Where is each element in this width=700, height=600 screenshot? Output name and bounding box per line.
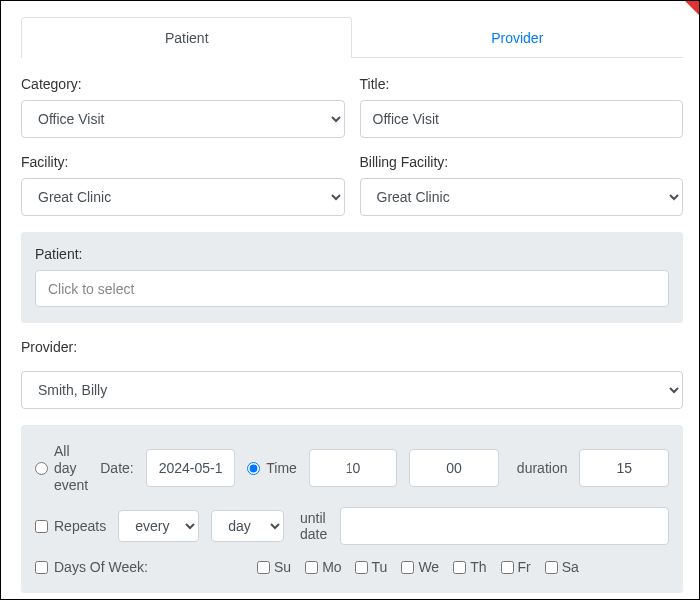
billing-facility-select[interactable]: Great Clinic — [360, 178, 684, 216]
tab-provider[interactable]: Provider — [352, 17, 684, 58]
dow-mo-checkbox[interactable] — [305, 561, 318, 574]
dow-tu-checkbox[interactable] — [355, 561, 368, 574]
time-label: Time — [266, 460, 297, 476]
repeat-every-select[interactable]: every — [118, 510, 199, 542]
patient-input[interactable] — [35, 270, 669, 307]
all-day-radio[interactable] — [35, 462, 48, 475]
title-input[interactable] — [360, 100, 684, 138]
dow-su-checkbox[interactable] — [257, 561, 270, 574]
dow-mo-label: Mo — [322, 559, 341, 575]
days-of-week-label: Days Of Week: — [54, 559, 148, 575]
facility-label: Facility: — [21, 154, 345, 170]
dow-th-label: Th — [470, 559, 486, 575]
repeat-unit-select[interactable]: day — [211, 510, 284, 542]
dow-th-checkbox[interactable] — [453, 561, 466, 574]
duration-label: duration — [517, 460, 568, 476]
dow-sa-label: Sa — [562, 559, 579, 575]
days-of-week-checkbox[interactable] — [35, 561, 48, 574]
until-label: until date — [300, 510, 328, 542]
dow-fr-label: Fr — [518, 559, 531, 575]
repeats-label: Repeats — [54, 518, 106, 534]
days-of-week-list: Su Mo Tu We Th Fr Sa — [257, 559, 579, 575]
category-select[interactable]: Office Visit — [21, 100, 345, 138]
dow-tu-label: Tu — [372, 559, 388, 575]
schedule-panel: All day event Date: Time duration Repeat… — [21, 425, 683, 593]
dow-fr-checkbox[interactable] — [501, 561, 514, 574]
provider-label: Provider: — [21, 339, 683, 355]
dow-we-checkbox[interactable] — [401, 561, 414, 574]
title-label: Title: — [360, 76, 684, 92]
corner-accent — [685, 1, 699, 15]
time-hour-input[interactable] — [309, 449, 398, 487]
tabs: Patient Provider — [21, 17, 683, 58]
category-label: Category: — [21, 76, 345, 92]
facility-select[interactable]: Great Clinic — [21, 178, 345, 216]
all-day-label: All day event — [54, 443, 88, 493]
date-input[interactable] — [146, 449, 236, 487]
time-minute-input[interactable] — [409, 449, 499, 487]
until-date-input[interactable] — [340, 507, 669, 545]
provider-select[interactable]: Smith, Billy — [21, 371, 683, 409]
time-radio[interactable] — [247, 462, 260, 475]
tab-patient[interactable]: Patient — [21, 17, 352, 58]
date-label: Date: — [100, 460, 133, 476]
patient-label: Patient: — [35, 246, 669, 262]
dow-su-label: Su — [274, 559, 291, 575]
duration-input[interactable] — [579, 449, 669, 487]
billing-facility-label: Billing Facility: — [360, 154, 684, 170]
repeats-checkbox[interactable] — [35, 520, 48, 533]
dow-sa-checkbox[interactable] — [545, 561, 558, 574]
dow-we-label: We — [418, 559, 439, 575]
